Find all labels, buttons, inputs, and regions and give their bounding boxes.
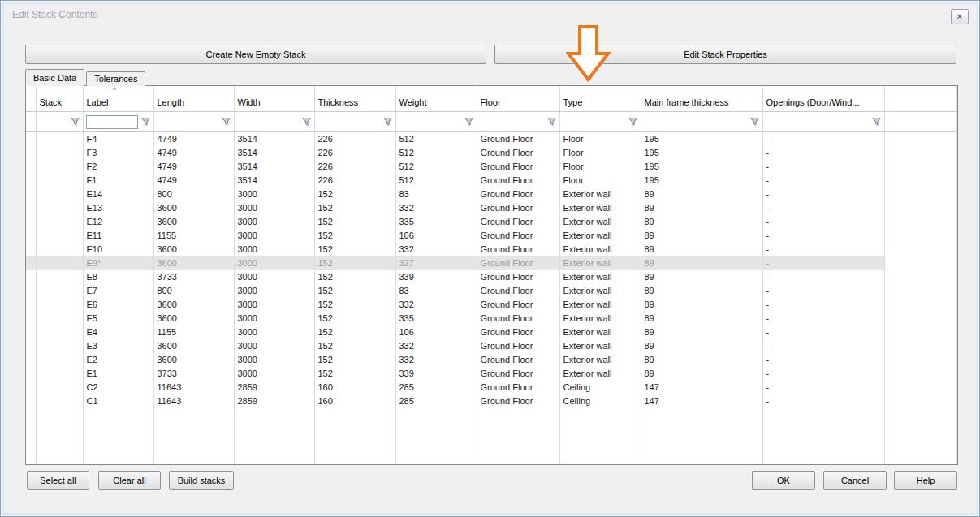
- grid-cell[interactable]: 3000: [234, 339, 314, 353]
- grid-cell[interactable]: -: [762, 160, 884, 174]
- grid-cell[interactable]: [36, 160, 83, 174]
- grid-cell[interactable]: 4749: [153, 174, 234, 187]
- grid-cell[interactable]: 3000: [234, 215, 314, 229]
- grid-cell[interactable]: 152: [314, 256, 395, 270]
- grid-cell[interactable]: 89: [641, 187, 762, 201]
- column-header[interactable]: ˄Label: [83, 86, 153, 112]
- table-row[interactable]: E411553000152106Ground FloorExterior wal…: [26, 325, 957, 339]
- grid-cell[interactable]: 1155: [153, 229, 234, 243]
- grid-cell[interactable]: 3000: [234, 325, 314, 339]
- grid-cell[interactable]: 89: [641, 270, 762, 284]
- grid-cell[interactable]: Exterior wall: [559, 201, 641, 215]
- grid-cell[interactable]: -: [762, 132, 884, 147]
- grid-cell[interactable]: Ground Floor: [477, 132, 559, 147]
- help-button[interactable]: Help: [894, 471, 957, 490]
- grid-cell[interactable]: Floor: [559, 146, 641, 160]
- filter-funnel-icon[interactable]: [382, 117, 393, 127]
- grid-cell[interactable]: Exterior wall: [559, 284, 641, 298]
- column-header[interactable]: Floor: [477, 86, 559, 112]
- table-row[interactable]: F147493514226512Ground FloorFloor195-: [26, 174, 957, 187]
- grid-cell[interactable]: Ground Floor: [477, 187, 559, 201]
- grid-cell[interactable]: 285: [395, 381, 477, 394]
- grid-cell[interactable]: Floor: [559, 160, 641, 174]
- grid-cell[interactable]: C1: [83, 394, 153, 408]
- grid-cell[interactable]: 152: [314, 229, 395, 243]
- grid-cell[interactable]: Ground Floor: [477, 160, 559, 174]
- grid-cell[interactable]: 226: [314, 146, 395, 160]
- table-row[interactable]: F347493514226512Ground FloorFloor195-: [26, 146, 957, 160]
- grid-cell[interactable]: 3000: [234, 201, 314, 215]
- grid-cell[interactable]: 2859: [234, 381, 314, 394]
- column-header[interactable]: Stack: [36, 86, 83, 112]
- grid-cell[interactable]: E7: [83, 284, 153, 298]
- table-row[interactable]: E137333000152339Ground FloorExterior wal…: [26, 367, 957, 381]
- table-row[interactable]: E14800300015283Ground FloorExterior wall…: [26, 187, 957, 201]
- row-selector-cell[interactable]: [26, 256, 36, 270]
- grid-cell[interactable]: 3733: [153, 367, 234, 381]
- grid-cell[interactable]: -: [762, 298, 884, 312]
- row-selector-cell[interactable]: [26, 394, 36, 408]
- tab-basic-data[interactable]: Basic Data: [25, 69, 84, 86]
- row-selector-cell[interactable]: [26, 312, 36, 325]
- row-selector-cell[interactable]: [26, 284, 36, 298]
- row-selector-cell[interactable]: [26, 325, 36, 339]
- grid-cell[interactable]: Ground Floor: [477, 215, 559, 229]
- table-row[interactable]: E837333000152339Ground FloorExterior wal…: [26, 270, 957, 284]
- grid-cell[interactable]: Exterior wall: [559, 256, 641, 270]
- grid-cell[interactable]: 3600: [153, 312, 234, 325]
- grid-cell[interactable]: 195: [641, 174, 762, 187]
- grid-cell[interactable]: -: [762, 187, 884, 201]
- table-row[interactable]: E536003000152335Ground FloorExterior wal…: [26, 312, 957, 325]
- tab-tolerances[interactable]: Tolerances: [86, 71, 145, 86]
- grid-cell[interactable]: [36, 284, 83, 298]
- grid-cell[interactable]: Ground Floor: [477, 367, 559, 381]
- row-selector-cell[interactable]: [26, 146, 36, 160]
- grid-cell[interactable]: Ground Floor: [477, 353, 559, 367]
- row-selector-cell[interactable]: [26, 229, 36, 243]
- grid-cell[interactable]: -: [762, 325, 884, 339]
- grid-cell[interactable]: Ground Floor: [477, 256, 559, 270]
- column-header[interactable]: Main frame thickness: [641, 86, 762, 112]
- grid-cell[interactable]: 3600: [153, 339, 234, 353]
- grid-cell[interactable]: 106: [395, 325, 477, 339]
- grid-cell[interactable]: 89: [641, 339, 762, 353]
- grid-cell[interactable]: [36, 201, 83, 215]
- grid-cell[interactable]: 83: [395, 284, 477, 298]
- grid-cell[interactable]: 195: [641, 160, 762, 174]
- grid-cell[interactable]: 152: [314, 339, 395, 353]
- grid-cell[interactable]: [36, 256, 83, 270]
- table-row[interactable]: E1111553000152106Ground FloorExterior wa…: [26, 229, 957, 243]
- grid-cell[interactable]: 800: [153, 187, 234, 201]
- grid-cell[interactable]: 339: [395, 270, 477, 284]
- filter-funnel-icon[interactable]: [301, 117, 312, 127]
- create-new-empty-stack-button[interactable]: Create New Empty Stack: [25, 45, 486, 64]
- table-row[interactable]: E636003000152332Ground FloorExterior wal…: [26, 298, 957, 312]
- grid-cell[interactable]: 327: [395, 256, 477, 270]
- table-row[interactable]: E1036003000152332Ground FloorExterior wa…: [26, 243, 957, 256]
- table-row[interactable]: E1236003000152335Ground FloorExterior wa…: [26, 215, 957, 229]
- column-header[interactable]: Weight: [395, 86, 477, 112]
- grid-cell[interactable]: Exterior wall: [559, 187, 641, 201]
- grid-cell[interactable]: -: [762, 339, 884, 353]
- grid-cell[interactable]: [36, 146, 83, 160]
- grid-cell[interactable]: F1: [83, 174, 153, 187]
- grid-cell[interactable]: 152: [314, 243, 395, 256]
- grid-cell[interactable]: [36, 187, 83, 201]
- filter-funnel-icon[interactable]: [628, 117, 638, 127]
- grid-cell[interactable]: 800: [153, 284, 234, 298]
- grid-cell[interactable]: [36, 174, 83, 187]
- grid-cell[interactable]: [36, 381, 83, 394]
- row-selector-cell[interactable]: [26, 132, 36, 147]
- grid-cell[interactable]: Ground Floor: [477, 339, 559, 353]
- grid-cell[interactable]: [36, 229, 83, 243]
- grid-cell[interactable]: [36, 353, 83, 367]
- cancel-button[interactable]: Cancel: [823, 471, 887, 490]
- grid-cell[interactable]: 3000: [234, 270, 314, 284]
- grid-cell[interactable]: 3514: [234, 160, 314, 174]
- grid-cell[interactable]: 3514: [234, 146, 314, 160]
- grid-cell[interactable]: 3600: [153, 256, 234, 270]
- column-header[interactable]: Type: [559, 86, 641, 112]
- grid-cell[interactable]: 152: [314, 353, 395, 367]
- grid-cell[interactable]: 4749: [153, 160, 234, 174]
- grid-cell[interactable]: 152: [314, 284, 395, 298]
